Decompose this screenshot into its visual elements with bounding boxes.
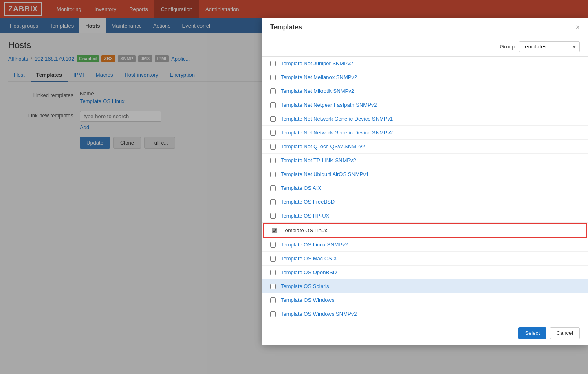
- template-name-label: Template OS AIX: [281, 185, 321, 191]
- template-name-label: Template OS Linux SNMPv2: [281, 242, 348, 248]
- modal-footer: Select Cancel: [262, 321, 588, 345]
- template-name-label: Template Net QTech QSW SNMPv2: [281, 143, 365, 150]
- modal-title: Templates: [270, 24, 302, 31]
- modal-body[interactable]: Template Net Juniper SNMPv2Template Net …: [262, 57, 588, 321]
- templates-modal: Templates × Group TemplatesAll Templates…: [262, 18, 588, 345]
- template-name-label: Template OS FreeBSD: [281, 199, 335, 205]
- template-name-label: Template OS Windows: [281, 297, 335, 303]
- template-name-label: Template Net Network Generic Device SNMP…: [281, 130, 393, 136]
- template-checkbox[interactable]: [270, 88, 276, 94]
- template-name-label: Template OS Linux: [282, 227, 327, 233]
- template-list-item[interactable]: Template Net TP-LINK SNMPv2: [262, 154, 588, 167]
- template-name-label: Template OS Windows SNMPv2: [281, 311, 357, 317]
- template-checkbox[interactable]: [270, 311, 276, 317]
- template-name-label: Template OS HP-UX: [281, 213, 329, 219]
- cancel-button[interactable]: Cancel: [550, 327, 580, 339]
- template-name-label: Template Net Mellanox SNMPv2: [281, 74, 357, 80]
- template-list-item[interactable]: Template Net Juniper SNMPv2: [262, 57, 588, 70]
- template-list-item[interactable]: Template Net Network Generic Device SNMP…: [262, 112, 588, 126]
- template-checkbox[interactable]: [270, 213, 276, 219]
- template-list-item[interactable]: Template OS FreeBSD: [262, 195, 588, 209]
- template-checkbox[interactable]: [272, 228, 277, 233]
- template-list-item[interactable]: Template Net Mikrotik SNMPv2: [262, 84, 588, 98]
- template-checkbox[interactable]: [270, 297, 276, 303]
- template-list-item[interactable]: Template Net Network Generic Device SNMP…: [262, 126, 588, 140]
- template-list-item[interactable]: Template OS Windows: [262, 293, 588, 307]
- template-checkbox[interactable]: [270, 185, 276, 191]
- modal-toolbar: Group TemplatesAll TemplatesLinux Templa…: [262, 37, 588, 57]
- template-checkbox[interactable]: [270, 256, 276, 262]
- template-name-label: Template Net Network Generic Device SNMP…: [281, 116, 393, 122]
- template-checkbox[interactable]: [270, 144, 276, 150]
- template-list-item[interactable]: Template Net Netgear Fastpath SNMPv2: [262, 98, 588, 112]
- template-checkbox[interactable]: [270, 102, 276, 108]
- template-list-item[interactable]: Template Net Mellanox SNMPv2: [262, 70, 588, 84]
- template-name-label: Template OS OpenBSD: [281, 269, 337, 275]
- template-name-label: Template Net Juniper SNMPv2: [281, 60, 353, 66]
- template-list: Template Net Juniper SNMPv2Template Net …: [262, 57, 588, 321]
- template-name-label: Template OS Solaris: [281, 283, 329, 289]
- template-list-item[interactable]: Template OS HP-UX: [262, 209, 588, 223]
- modal-overlay: Templates × Group TemplatesAll Templates…: [0, 0, 588, 374]
- template-list-item[interactable]: Template OS AIX: [262, 181, 588, 195]
- template-checkbox[interactable]: [270, 172, 276, 177]
- template-list-item[interactable]: Template Net QTech QSW SNMPv2: [262, 140, 588, 154]
- template-checkbox[interactable]: [270, 199, 276, 205]
- template-checkbox[interactable]: [270, 270, 276, 275]
- template-name-label: Template Net TP-LINK SNMPv2: [281, 157, 356, 163]
- template-checkbox[interactable]: [270, 242, 276, 248]
- template-checkbox[interactable]: [270, 158, 276, 163]
- template-checkbox[interactable]: [270, 116, 276, 122]
- template-checkbox[interactable]: [270, 61, 276, 66]
- modal-header: Templates ×: [262, 18, 588, 37]
- select-button[interactable]: Select: [518, 327, 546, 339]
- template-checkbox[interactable]: [270, 75, 276, 80]
- template-checkbox[interactable]: [270, 130, 276, 136]
- template-list-item[interactable]: Template OS Solaris: [262, 279, 588, 293]
- template-name-label: Template Net Mikrotik SNMPv2: [281, 88, 354, 94]
- group-select[interactable]: TemplatesAll TemplatesLinux TemplatesNet…: [519, 41, 580, 52]
- group-label: Group: [500, 44, 515, 50]
- template-list-item[interactable]: Template OS Linux SNMPv2: [262, 238, 588, 252]
- template-name-label: Template Net Netgear Fastpath SNMPv2: [281, 102, 377, 108]
- template-name-label: Template OS Mac OS X: [281, 255, 337, 262]
- template-list-item[interactable]: Template OS Linux: [263, 223, 587, 238]
- template-list-item[interactable]: Template OS Windows SNMPv2: [262, 307, 588, 321]
- modal-close-button[interactable]: ×: [575, 24, 580, 31]
- template-list-item[interactable]: Template OS OpenBSD: [262, 266, 588, 279]
- template-checkbox[interactable]: [270, 284, 276, 289]
- template-list-item[interactable]: Template OS Mac OS X: [262, 252, 588, 266]
- template-name-label: Template Net Ubiquiti AirOS SNMPv1: [281, 171, 369, 177]
- template-list-item[interactable]: Template Net Ubiquiti AirOS SNMPv1: [262, 167, 588, 181]
